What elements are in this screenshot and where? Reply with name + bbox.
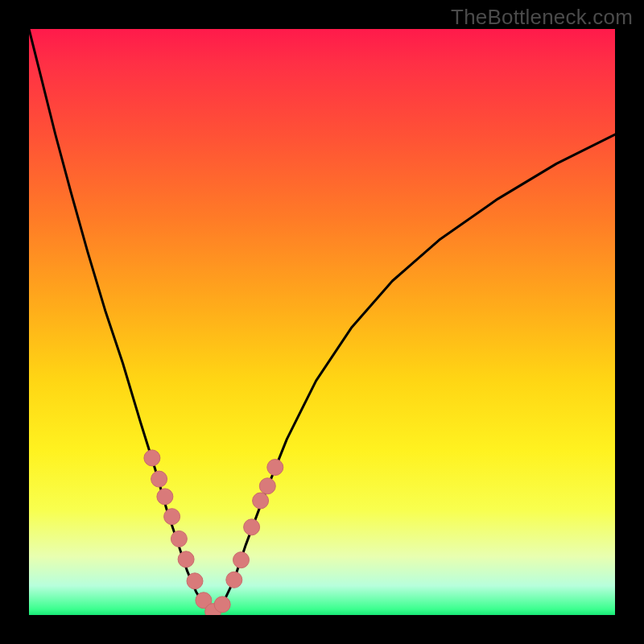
bottleneck-curve: [29, 29, 615, 612]
curve-marker: [178, 551, 194, 568]
curve-marker: [164, 509, 180, 525]
app-frame: TheBottleneck.com: [0, 0, 644, 644]
curve-marker: [259, 478, 275, 494]
curve-marker: [226, 572, 242, 588]
chart-overlay-svg: [29, 29, 615, 615]
curve-marker: [157, 489, 173, 505]
curve-marker: [253, 493, 269, 509]
curve-marker: [187, 573, 203, 589]
curve-marker: [244, 519, 260, 535]
watermark-text: TheBottleneck.com: [451, 5, 633, 30]
chart-plot-area: [29, 29, 615, 615]
curve-marker: [171, 530, 187, 547]
curve-marker: [233, 552, 250, 568]
marker-group: [144, 450, 283, 615]
curve-marker: [214, 597, 230, 613]
curve-marker: [144, 450, 160, 466]
curve-marker: [267, 460, 283, 476]
curve-marker: [151, 471, 167, 487]
